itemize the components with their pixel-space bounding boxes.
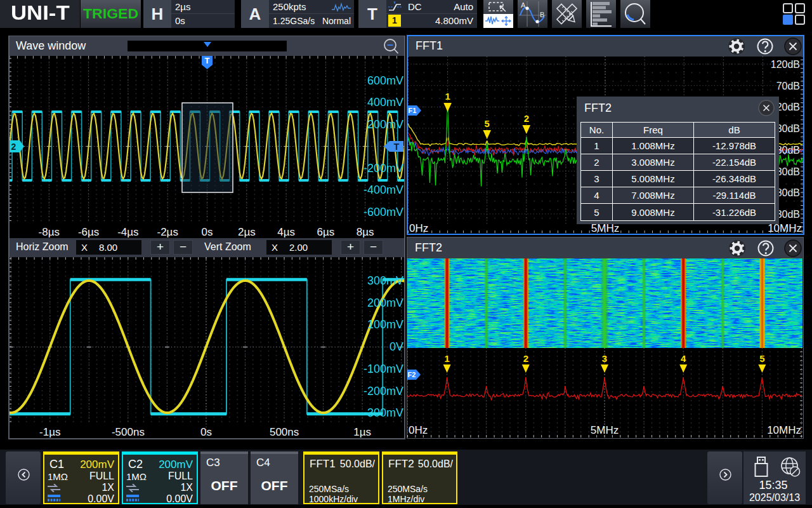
svg-text:2: 2 <box>524 113 529 124</box>
svg-text:4: 4 <box>681 353 686 364</box>
svg-text:1: 1 <box>445 91 450 102</box>
svg-text:100mV: 100mV <box>367 318 403 331</box>
svg-text:4µs: 4µs <box>277 226 295 238</box>
svg-text:200mV: 200mV <box>367 297 403 309</box>
svg-text:600mV: 600mV <box>367 74 403 87</box>
svg-text:A: A <box>521 1 526 9</box>
svg-text:0Hz: 0Hz <box>409 222 428 233</box>
svg-text:5MHz: 5MHz <box>591 424 619 436</box>
svg-text:-200mV: -200mV <box>363 162 403 175</box>
svg-text:120dB: 120dB <box>771 59 800 70</box>
svg-text:-300mV: -300mV <box>363 406 403 419</box>
svg-text:F1: F1 <box>409 107 417 114</box>
svg-text:F2: F2 <box>408 371 416 378</box>
svg-text:200mV: 200mV <box>367 118 403 131</box>
svg-text:70dB: 70dB <box>776 81 800 91</box>
svg-text:6µs: 6µs <box>317 226 335 238</box>
svg-text:2: 2 <box>11 142 16 152</box>
svg-text:2: 2 <box>523 353 528 364</box>
svg-text:0V: 0V <box>390 340 403 353</box>
svg-text:B: B <box>540 11 544 18</box>
svg-text:-2µs: -2µs <box>157 226 178 238</box>
svg-text:-4µs: -4µs <box>117 226 138 238</box>
svg-text:300mV: 300mV <box>367 274 403 287</box>
svg-text:-600mV: -600mV <box>363 206 403 218</box>
svg-text:T: T <box>205 56 210 65</box>
svg-text:-500ns: -500ns <box>112 426 145 438</box>
svg-text:0s: 0s <box>202 226 213 238</box>
svg-text:-100mV: -100mV <box>363 363 403 375</box>
svg-text:1: 1 <box>444 353 449 364</box>
svg-text:-8µs: -8µs <box>39 226 60 238</box>
svg-text:20dB: 20dB <box>776 102 800 112</box>
svg-text:-400mV: -400mV <box>363 184 403 196</box>
svg-text:-6µs: -6µs <box>78 226 99 238</box>
svg-text:2µs: 2µs <box>238 226 256 238</box>
svg-text:-1µs: -1µs <box>39 426 60 438</box>
svg-text:10MHz: 10MHz <box>767 424 801 436</box>
svg-text:0s: 0s <box>200 426 212 438</box>
svg-text:8µs: 8µs <box>357 226 374 238</box>
svg-text:3: 3 <box>602 353 607 364</box>
svg-text:5: 5 <box>485 118 490 129</box>
svg-text:T: T <box>394 142 400 152</box>
svg-text:-200mV: -200mV <box>363 385 403 398</box>
svg-text:5: 5 <box>759 353 764 364</box>
svg-text:400mV: 400mV <box>367 96 403 109</box>
svg-text:1µs: 1µs <box>353 426 371 438</box>
svg-text:500ns: 500ns <box>270 426 299 438</box>
svg-text:0Hz: 0Hz <box>409 424 428 436</box>
